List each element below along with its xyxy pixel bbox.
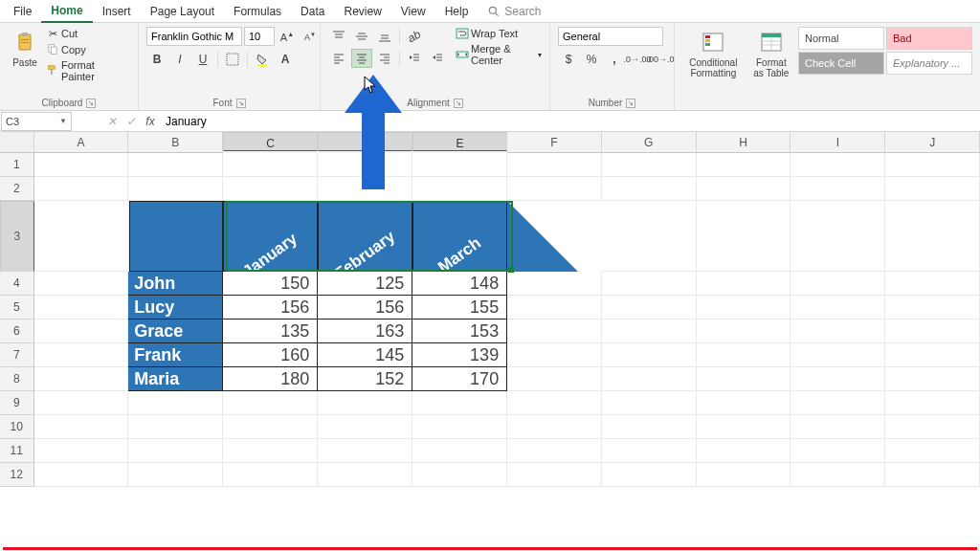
cell-J11[interactable] <box>885 439 980 463</box>
cell-A12[interactable] <box>34 463 129 487</box>
cell-G4[interactable] <box>602 272 697 296</box>
cell-B9[interactable] <box>128 391 223 415</box>
row-header-1[interactable]: 1 <box>0 153 34 177</box>
cell-D4[interactable]: 125 <box>318 272 412 296</box>
cell-B7[interactable]: Frank <box>128 343 223 367</box>
col-header-b[interactable]: B <box>128 132 223 153</box>
cell-G10[interactable] <box>602 415 697 439</box>
font-color-button[interactable]: A <box>275 50 296 69</box>
cell-E10[interactable] <box>412 415 507 439</box>
col-header-a[interactable]: A <box>34 132 129 153</box>
cell-D8[interactable]: 152 <box>318 367 412 391</box>
cell-A7[interactable] <box>34 343 129 367</box>
format-as-table-button[interactable]: Format as Table <box>748 27 794 80</box>
col-header-f[interactable]: F <box>507 132 602 153</box>
cell-F7[interactable] <box>507 343 602 367</box>
cell-E5[interactable]: 155 <box>412 296 507 320</box>
tab-home[interactable]: Home <box>41 0 92 23</box>
cell-A8[interactable] <box>34 367 129 391</box>
font-launcher[interactable]: ↘ <box>236 99 246 108</box>
cell-H5[interactable] <box>697 296 791 320</box>
row-header-2[interactable]: 2 <box>0 177 34 201</box>
font-name-select[interactable] <box>146 27 242 46</box>
cell-I5[interactable] <box>791 296 885 320</box>
style-check-cell[interactable]: Check Cell <box>798 52 884 75</box>
cell-I9[interactable] <box>791 391 885 415</box>
percent-button[interactable]: % <box>581 50 602 69</box>
cell-F9[interactable] <box>507 391 602 415</box>
cell-I7[interactable] <box>791 343 885 367</box>
cell-B1[interactable] <box>128 153 223 177</box>
cell-F1[interactable] <box>507 153 602 177</box>
row-header-6[interactable]: 6 <box>0 320 34 343</box>
cell-H1[interactable] <box>697 153 791 177</box>
fx-button[interactable]: fx <box>141 112 160 131</box>
cell-H10[interactable] <box>697 415 791 439</box>
cell-G6[interactable] <box>602 320 697 343</box>
cell-D9[interactable] <box>318 391 412 415</box>
cell-A6[interactable] <box>34 320 129 343</box>
cell-A1[interactable] <box>34 153 129 177</box>
cell-J5[interactable] <box>885 296 980 320</box>
cell-H11[interactable] <box>697 439 791 463</box>
cell-E4[interactable]: 148 <box>412 272 507 296</box>
enter-formula-button[interactable]: ✓ <box>122 112 141 131</box>
cell-B3[interactable] <box>129 201 224 272</box>
decrease-font-button[interactable]: A▼ <box>300 27 321 46</box>
cell-C5[interactable]: 156 <box>223 296 318 320</box>
worksheet-grid[interactable]: A B C D E F G H I J 123JanuaryFebruaryMa… <box>0 132 980 487</box>
cell-D11[interactable] <box>318 439 412 463</box>
style-explanatory[interactable]: Explanatory ... <box>886 52 972 75</box>
cell-J8[interactable] <box>885 367 980 391</box>
cell-F11[interactable] <box>507 439 602 463</box>
cell-E11[interactable] <box>412 439 507 463</box>
cell-G1[interactable] <box>602 153 697 177</box>
cell-I10[interactable] <box>791 415 885 439</box>
cell-E1[interactable] <box>412 153 507 177</box>
number-launcher[interactable]: ↘ <box>626 99 635 108</box>
cell-C2[interactable] <box>223 177 318 201</box>
orientation-button[interactable]: ab <box>404 27 425 46</box>
cell-C10[interactable] <box>223 415 318 439</box>
cell-G8[interactable] <box>602 367 697 391</box>
cell-C9[interactable] <box>223 391 318 415</box>
cut-button[interactable]: ✂ Cut <box>46 27 130 40</box>
cell-E2[interactable] <box>412 177 507 201</box>
cell-A10[interactable] <box>34 415 129 439</box>
row-header-5[interactable]: 5 <box>0 296 34 320</box>
underline-button[interactable]: U <box>192 50 213 69</box>
cell-F12[interactable] <box>507 463 602 487</box>
cell-A11[interactable] <box>34 439 129 463</box>
decrease-indent-button[interactable] <box>404 49 425 68</box>
cell-E8[interactable]: 170 <box>412 367 507 391</box>
cell-J9[interactable] <box>885 391 980 415</box>
tab-file[interactable]: File <box>4 1 41 22</box>
cancel-formula-button[interactable]: ✕ <box>102 112 122 131</box>
align-right-button[interactable] <box>374 49 395 68</box>
cell-F10[interactable] <box>507 415 602 439</box>
decrease-decimal-button[interactable]: .00→.0 <box>650 50 671 69</box>
cell-B2[interactable] <box>128 177 223 201</box>
format-painter-button[interactable]: Format Painter <box>46 59 130 82</box>
cell-I1[interactable] <box>791 153 885 177</box>
cell-C1[interactable] <box>223 153 318 177</box>
cell-G3[interactable] <box>602 201 697 272</box>
align-center-button[interactable] <box>351 49 372 68</box>
cell-G2[interactable] <box>602 177 697 201</box>
wrap-text-button[interactable]: Wrap Text <box>456 27 542 40</box>
cell-D6[interactable]: 163 <box>318 320 412 343</box>
cell-A3[interactable] <box>34 201 129 272</box>
cell-C7[interactable]: 160 <box>223 343 318 367</box>
cell-G12[interactable] <box>602 463 697 487</box>
cell-D3[interactable]: February <box>318 201 412 272</box>
fill-color-button[interactable] <box>252 50 273 69</box>
col-header-g[interactable]: G <box>602 132 697 153</box>
tab-insert[interactable]: Insert <box>93 1 141 22</box>
col-header-h[interactable]: H <box>697 132 791 153</box>
cell-I12[interactable] <box>791 463 885 487</box>
cell-D1[interactable] <box>318 153 412 177</box>
cell-C4[interactable]: 150 <box>223 272 318 296</box>
cell-I11[interactable] <box>791 439 885 463</box>
cell-C11[interactable] <box>223 439 318 463</box>
increase-indent-button[interactable] <box>427 49 448 68</box>
